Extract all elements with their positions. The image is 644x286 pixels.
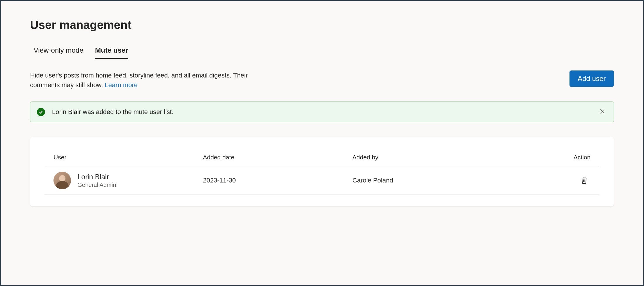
description-row: Hide user's posts from home feed, storyl… bbox=[30, 70, 614, 90]
success-notification: Lorin Blair was added to the mute user l… bbox=[30, 101, 614, 122]
user-role: General Admin bbox=[77, 182, 116, 188]
page-title: User management bbox=[30, 18, 614, 32]
add-user-button[interactable]: Add user bbox=[569, 70, 614, 87]
user-cell: Lorin Blair General Admin bbox=[53, 172, 203, 189]
tab-mute-user[interactable]: Mute user bbox=[95, 46, 128, 59]
col-header-action: Action bbox=[547, 154, 591, 161]
col-header-user: User bbox=[53, 154, 203, 161]
learn-more-link[interactable]: Learn more bbox=[105, 81, 138, 89]
check-circle-icon bbox=[37, 108, 45, 116]
description-body: Hide user's posts from home feed, storyl… bbox=[30, 72, 248, 89]
cell-added-by: Carole Poland bbox=[352, 177, 547, 184]
avatar bbox=[53, 172, 71, 189]
notification-message: Lorin Blair was added to the mute user l… bbox=[52, 108, 597, 116]
trash-icon bbox=[580, 181, 588, 185]
cell-action bbox=[547, 174, 591, 187]
user-table-card: User Added date Added by Action Lorin Bl… bbox=[30, 137, 614, 206]
delete-user-button[interactable] bbox=[578, 174, 591, 187]
description-text: Hide user's posts from home feed, storyl… bbox=[30, 70, 278, 90]
tab-view-only-mode[interactable]: View-only mode bbox=[34, 46, 83, 59]
cell-added-date: 2023-11-30 bbox=[203, 177, 353, 184]
col-header-added-by: Added by bbox=[352, 154, 547, 161]
tabs: View-only mode Mute user bbox=[30, 46, 614, 59]
user-name: Lorin Blair bbox=[77, 173, 116, 181]
user-info: Lorin Blair General Admin bbox=[77, 173, 116, 188]
table-header: User Added date Added by Action bbox=[45, 149, 599, 166]
notification-close-button[interactable] bbox=[597, 106, 607, 117]
close-icon bbox=[599, 108, 605, 116]
col-header-added-date: Added date bbox=[203, 154, 353, 161]
table-row: Lorin Blair General Admin 2023-11-30 Car… bbox=[45, 166, 599, 195]
